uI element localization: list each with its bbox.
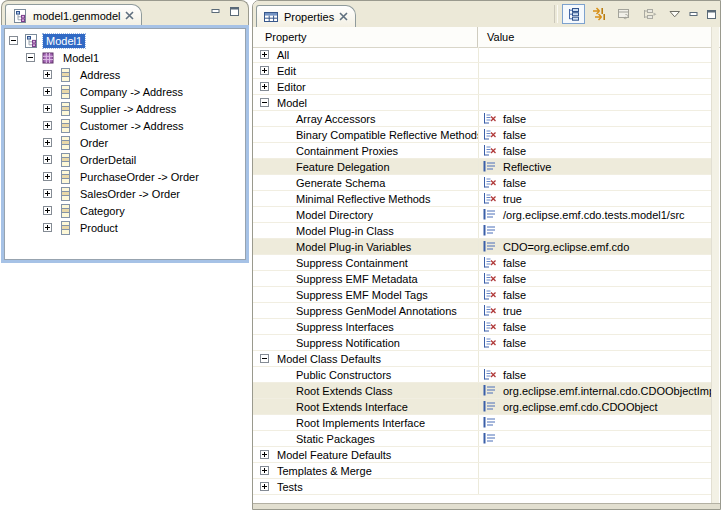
property-value-cell[interactable] [478, 79, 712, 94]
editor-tab[interactable]: model1.genmodel [5, 4, 142, 26]
property-row[interactable]: Root Implements Interface [253, 415, 712, 431]
property-row[interactable]: Binary Compatible Reflective Methodsfals… [253, 127, 712, 143]
property-row[interactable]: Generate Schemafalse [253, 175, 712, 191]
show-categories-icon[interactable] [562, 4, 585, 24]
property-category-row[interactable]: Tests [253, 479, 712, 495]
expand-toggle-icon[interactable] [43, 87, 52, 96]
property-row[interactable]: Root Extends Classorg.eclipse.emf.intern… [253, 383, 712, 399]
tree-item[interactable]: Address [4, 66, 246, 83]
property-row[interactable]: Model Directory/org.eclipse.emf.cdo.test… [253, 207, 712, 223]
property-value-cell[interactable]: false [478, 335, 712, 350]
property-row[interactable]: Model Plug-in VariablesCDO=org.eclipse.e… [253, 239, 712, 255]
properties-tab[interactable]: Properties [256, 5, 356, 27]
expand-toggle-icon[interactable] [43, 70, 52, 79]
property-row[interactable]: Minimal Reflective Methodstrue [253, 191, 712, 207]
tree-item[interactable]: Company -> Address [4, 83, 246, 100]
property-value-cell[interactable]: Reflective [478, 159, 712, 174]
property-category-row[interactable]: Model Feature Defaults [253, 447, 712, 463]
property-value-cell[interactable]: false [478, 271, 712, 286]
expand-toggle-icon[interactable] [43, 172, 52, 181]
column-header-value[interactable]: Value [478, 27, 713, 47]
tree-item[interactable]: Customer -> Address [4, 117, 246, 134]
property-value-cell[interactable]: true [478, 191, 712, 206]
expand-toggle-icon[interactable] [43, 121, 52, 130]
property-value-cell[interactable]: false [478, 367, 712, 382]
property-category-row[interactable]: Templates & Merge [253, 463, 712, 479]
property-value-cell[interactable]: false [478, 143, 712, 158]
expand-toggle-icon[interactable] [43, 138, 52, 147]
property-row[interactable]: Static Packages [253, 431, 712, 447]
property-value-cell[interactable]: org.eclipse.emf.cdo.CDOObject [478, 399, 712, 414]
minimize-icon[interactable] [211, 7, 221, 16]
property-row[interactable]: Array Accessorsfalse [253, 111, 712, 127]
property-value-cell[interactable]: false [478, 175, 712, 190]
maximize-icon[interactable] [707, 10, 717, 19]
property-value-cell[interactable] [478, 351, 712, 366]
view-menu-icon[interactable] [669, 10, 681, 18]
property-value-cell[interactable]: org.eclipse.emf.internal.cdo.CDOObjectIm… [478, 383, 712, 398]
property-row[interactable]: Suppress Notificationfalse [253, 335, 712, 351]
expand-toggle-icon[interactable] [260, 482, 269, 491]
property-value-cell[interactable] [478, 447, 712, 462]
property-row[interactable]: Suppress Containmentfalse [253, 255, 712, 271]
property-value-cell[interactable] [478, 415, 712, 430]
property-category-row[interactable]: All [253, 47, 712, 63]
show-advanced-properties-icon[interactable] [587, 4, 610, 24]
property-value-cell[interactable] [478, 47, 712, 62]
property-category-row[interactable]: Model Class Defaults [253, 351, 712, 367]
tree-item[interactable]: Model1 [4, 32, 246, 49]
expand-toggle-icon[interactable] [43, 155, 52, 164]
expand-toggle-icon[interactable] [260, 466, 269, 475]
property-value-cell[interactable]: false [478, 319, 712, 334]
close-icon[interactable] [339, 12, 348, 21]
property-row[interactable]: Suppress Interfacesfalse [253, 319, 712, 335]
property-row[interactable]: Root Extends Interfaceorg.eclipse.emf.cd… [253, 399, 712, 415]
property-value-cell[interactable] [478, 431, 712, 446]
tree-item[interactable]: Model1 [4, 49, 246, 66]
property-value-cell[interactable] [478, 223, 712, 238]
tree-item[interactable]: Order [4, 134, 246, 151]
property-row[interactable]: Feature DelegationReflective [253, 159, 712, 175]
collapse-toggle-icon[interactable] [260, 98, 269, 107]
property-value-cell[interactable]: true [478, 303, 712, 318]
tree-item[interactable]: OrderDetail [4, 151, 246, 168]
close-icon[interactable] [125, 11, 134, 20]
property-value-cell[interactable] [478, 479, 712, 494]
expand-toggle-icon[interactable] [260, 82, 269, 91]
property-category-row[interactable]: Edit [253, 63, 712, 79]
property-category-row[interactable]: Editor [253, 79, 712, 95]
tree-item[interactable]: Product [4, 219, 246, 236]
expand-toggle-icon[interactable] [43, 206, 52, 215]
property-row[interactable]: Public Constructorsfalse [253, 367, 712, 383]
collapse-toggle-icon[interactable] [26, 53, 35, 62]
tree-item[interactable]: Category [4, 202, 246, 219]
collapse-toggle-icon[interactable] [260, 354, 269, 363]
property-value-cell[interactable] [478, 63, 712, 78]
maximize-icon[interactable] [230, 7, 240, 16]
tree-item[interactable]: Supplier -> Address [4, 100, 246, 117]
property-row[interactable]: Suppress GenModel Annotationstrue [253, 303, 712, 319]
property-row[interactable]: Suppress EMF Metadatafalse [253, 271, 712, 287]
minimize-icon[interactable] [689, 10, 699, 19]
column-header-property[interactable]: Property [253, 27, 478, 47]
expand-toggle-icon[interactable] [43, 104, 52, 113]
property-value-cell[interactable]: false [478, 127, 712, 142]
tree-item[interactable]: SalesOrder -> Order [4, 185, 246, 202]
property-value-cell[interactable]: false [478, 287, 712, 302]
property-value-cell[interactable]: false [478, 255, 712, 270]
property-category-row[interactable]: Model [253, 95, 712, 111]
tree-item[interactable]: PurchaseOrder -> Order [4, 168, 246, 185]
expand-toggle-icon[interactable] [260, 66, 269, 75]
property-row[interactable]: Containment Proxiesfalse [253, 143, 712, 159]
expand-toggle-icon[interactable] [260, 50, 269, 59]
collapse-toggle-icon[interactable] [9, 36, 18, 45]
expand-toggle-icon[interactable] [43, 189, 52, 198]
property-value-cell[interactable] [478, 95, 712, 110]
property-value-cell[interactable]: CDO=org.eclipse.emf.cdo [478, 239, 712, 254]
property-row[interactable]: Model Plug-in Class [253, 223, 712, 239]
property-value-cell[interactable]: /org.eclipse.emf.cdo.tests.model1/src [478, 207, 712, 222]
expand-toggle-icon[interactable] [43, 223, 52, 232]
expand-toggle-icon[interactable] [260, 450, 269, 459]
property-value-cell[interactable] [478, 463, 712, 478]
property-row[interactable]: Suppress EMF Model Tagsfalse [253, 287, 712, 303]
